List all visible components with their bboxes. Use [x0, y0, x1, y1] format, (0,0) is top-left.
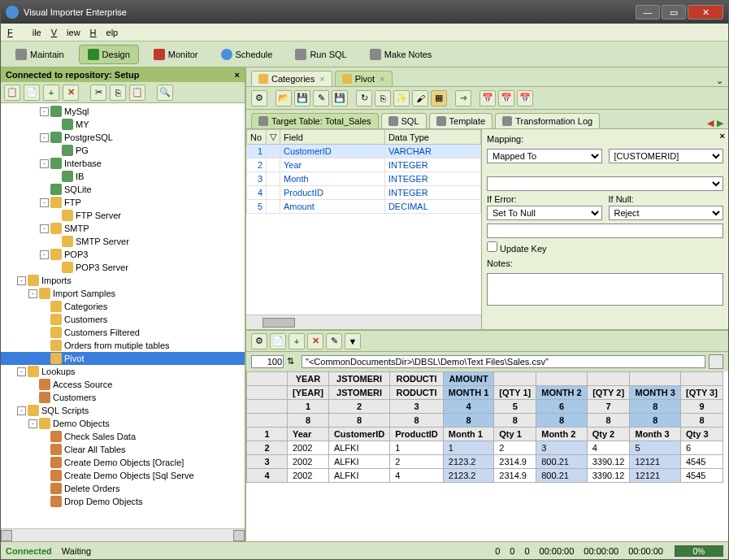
- src-edit[interactable]: ✎: [326, 333, 342, 349]
- close-icon[interactable]: ×: [319, 74, 324, 84]
- tree-toggle-icon[interactable]: [51, 120, 60, 129]
- grid-header[interactable]: [QTY 3]: [680, 386, 722, 400]
- tab-schedule[interactable]: Schedule: [213, 46, 281, 63]
- grid-cell[interactable]: Year: [288, 428, 329, 441]
- tree-item[interactable]: -SQL Scripts: [1, 404, 245, 417]
- tree-item[interactable]: MY: [1, 118, 245, 131]
- grid-header[interactable]: [QTY 2]: [587, 386, 630, 400]
- grid-header[interactable]: [247, 400, 288, 414]
- col-field[interactable]: Field: [280, 130, 385, 145]
- grid-header[interactable]: 8: [494, 414, 536, 428]
- expression-select[interactable]: [487, 176, 723, 191]
- grid-header[interactable]: 3: [390, 400, 444, 414]
- tb-cal2[interactable]: 📅: [498, 90, 514, 106]
- subtab-template[interactable]: Template: [429, 113, 493, 128]
- grid-header[interactable]: MONTH 3: [630, 386, 681, 400]
- tree-toggle-icon[interactable]: -: [40, 250, 49, 259]
- tab-pivot[interactable]: Pivot×: [335, 71, 393, 86]
- grid-cell[interactable]: 4545: [680, 469, 722, 483]
- grid-cell[interactable]: 3: [536, 441, 588, 455]
- grid-header[interactable]: [QTY 1]: [494, 386, 536, 400]
- toolbar-btn-2[interactable]: 📄: [24, 85, 40, 101]
- grid-cell[interactable]: 2: [494, 441, 536, 455]
- subtab-sql[interactable]: SQL: [381, 113, 427, 128]
- tree-item[interactable]: -Interbase: [1, 157, 245, 170]
- tree-toggle-icon[interactable]: [40, 471, 49, 480]
- grid-cell[interactable]: 4545: [680, 455, 722, 469]
- tree-toggle-icon[interactable]: [40, 354, 49, 363]
- tree-toggle-icon[interactable]: [40, 341, 49, 350]
- grid-cell[interactable]: 2123.2: [443, 455, 494, 469]
- nav-left-icon[interactable]: ◀: [707, 118, 714, 128]
- grid-cell[interactable]: Month 2: [536, 428, 588, 441]
- grid-header[interactable]: YEAR: [288, 372, 329, 386]
- grid-header[interactable]: 4: [443, 400, 494, 414]
- tree-item[interactable]: -FTP: [1, 196, 245, 209]
- grid-header[interactable]: 8: [680, 414, 722, 428]
- grid-cell[interactable]: 2002: [288, 469, 329, 483]
- delete-button[interactable]: ✕: [63, 85, 79, 101]
- grid-header[interactable]: [587, 372, 630, 386]
- tab-design[interactable]: Design: [79, 45, 139, 64]
- grid-header[interactable]: 8: [536, 414, 588, 428]
- spinner-icon[interactable]: ⇅: [287, 356, 298, 367]
- copy-button[interactable]: ⎘: [110, 85, 126, 101]
- notes-textarea[interactable]: [487, 273, 723, 306]
- tree-item[interactable]: -Demo Objects: [1, 417, 245, 430]
- cut-button[interactable]: ✂: [90, 85, 106, 101]
- tree-item[interactable]: FTP Server: [1, 209, 245, 222]
- tb-copy2[interactable]: ⎘: [375, 90, 391, 106]
- grid-header[interactable]: 7: [587, 400, 630, 414]
- tb-highlight[interactable]: ▦: [431, 90, 447, 106]
- tree-toggle-icon[interactable]: [28, 380, 37, 389]
- tree-item[interactable]: PG: [1, 144, 245, 157]
- tree-item[interactable]: Orders from mutiple tables: [1, 339, 245, 352]
- tree-item[interactable]: -PostgreSQL: [1, 131, 245, 144]
- grid-header[interactable]: 8: [390, 414, 444, 428]
- grid-header[interactable]: [494, 372, 536, 386]
- grid-cell[interactable]: Month 3: [630, 428, 681, 441]
- tree-toggle-icon[interactable]: [40, 432, 49, 441]
- grid-header[interactable]: MONTH 1: [443, 386, 494, 400]
- grid-cell[interactable]: 2123.2: [443, 469, 494, 483]
- grid-cell[interactable]: Qty 2: [587, 428, 630, 441]
- grid-header[interactable]: 8: [288, 414, 329, 428]
- src-prop[interactable]: ⚙: [251, 333, 267, 349]
- grid-header[interactable]: 8: [587, 414, 630, 428]
- tree-item[interactable]: Access Source: [1, 378, 245, 391]
- paste-button[interactable]: 📋: [129, 85, 145, 101]
- tab-runsql[interactable]: Run SQL: [287, 46, 354, 63]
- tree-toggle-icon[interactable]: [51, 146, 60, 155]
- tab-maintain[interactable]: Maintain: [7, 46, 72, 63]
- grid-cell[interactable]: ALFKI: [328, 455, 389, 469]
- grid-cell[interactable]: 4: [587, 441, 630, 455]
- tree-toggle-icon[interactable]: [40, 484, 49, 493]
- menu-file[interactable]: File: [7, 28, 41, 37]
- grid-cell[interactable]: 2314.9: [494, 469, 536, 483]
- scroll-right-icon[interactable]: [233, 530, 245, 541]
- chevron-down-icon[interactable]: ⌄: [716, 76, 723, 86]
- grid-cell[interactable]: 800.21: [536, 455, 588, 469]
- updatekey-checkbox[interactable]: Update Key: [487, 241, 723, 254]
- tb-refresh[interactable]: ↻: [356, 90, 372, 106]
- tab-monitor[interactable]: Monitor: [145, 46, 206, 63]
- tree-toggle-icon[interactable]: -: [40, 133, 49, 142]
- tree-item[interactable]: Drop Demo Objects: [1, 495, 245, 508]
- grid-cell[interactable]: 3390.12: [587, 469, 630, 483]
- tree-item[interactable]: Categories: [1, 300, 245, 313]
- menu-view[interactable]: View: [51, 28, 80, 37]
- tree-item[interactable]: Customers: [1, 391, 245, 404]
- value-input[interactable]: [487, 224, 723, 238]
- repository-tree[interactable]: -MySqlMY-PostgreSQLPG-InterbaseIBSQLite-…: [1, 103, 245, 528]
- grid-header[interactable]: 8: [328, 414, 389, 428]
- grid-cell[interactable]: 3390.12: [587, 455, 630, 469]
- tree-toggle-icon[interactable]: -: [17, 406, 26, 415]
- close-button[interactable]: ✕: [688, 5, 723, 20]
- tb-prop[interactable]: ⚙: [251, 90, 267, 106]
- tree-item[interactable]: Check Sales Data: [1, 430, 245, 443]
- source-data-grid[interactable]: YEARJSTOMERIRODUCTIAMOUNT[YEAR]JSTOMERIR…: [246, 371, 728, 541]
- grid-cell[interactable]: 3: [247, 455, 288, 469]
- grid-header[interactable]: 6: [536, 400, 588, 414]
- tb-cal1[interactable]: 📅: [479, 90, 496, 106]
- source-path-input[interactable]: [302, 355, 705, 368]
